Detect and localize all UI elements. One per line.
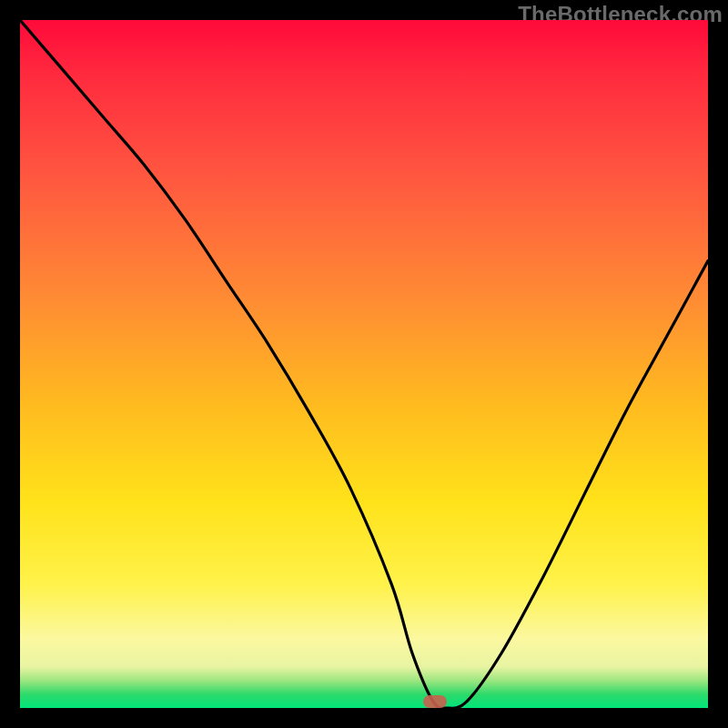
chart-frame: TheBottleneck.com bbox=[0, 0, 728, 728]
bottleneck-curve bbox=[20, 20, 708, 708]
optimum-marker bbox=[423, 695, 447, 708]
plot-area bbox=[20, 20, 708, 708]
